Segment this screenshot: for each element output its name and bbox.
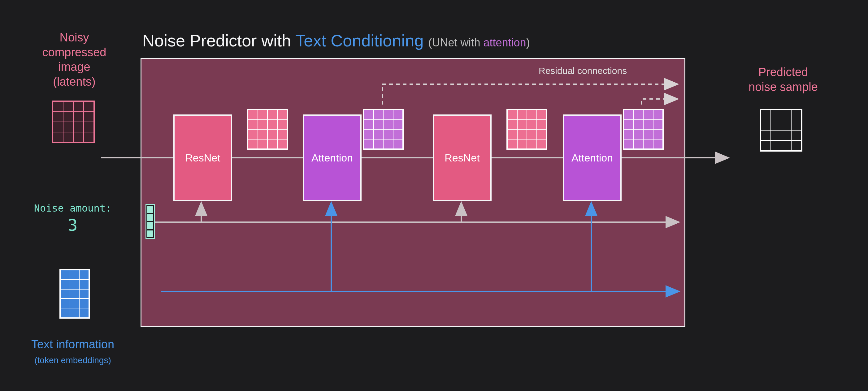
block-label: ResNet [444, 152, 479, 164]
resnet-block-1: ResNet [173, 115, 232, 201]
block-label: Attention [571, 152, 613, 164]
feature-grid-purple-1 [363, 109, 404, 150]
resnet-block-2: ResNet [433, 115, 492, 201]
feature-grid-purple-2 [623, 109, 664, 150]
attention-block-2: Attention [563, 115, 622, 201]
block-label: Attention [311, 152, 353, 164]
output-grid-icon [760, 109, 802, 152]
attention-block-1: Attention [303, 115, 362, 201]
text: noise sample [748, 80, 818, 93]
feature-grid-pink-2 [506, 109, 547, 150]
output-label: Predicted noise sample [737, 65, 830, 94]
block-label: ResNet [185, 152, 220, 164]
timestep-embedding-icon [146, 204, 155, 239]
text: Predicted [758, 66, 808, 78]
feature-grid-pink-1 [247, 109, 288, 150]
